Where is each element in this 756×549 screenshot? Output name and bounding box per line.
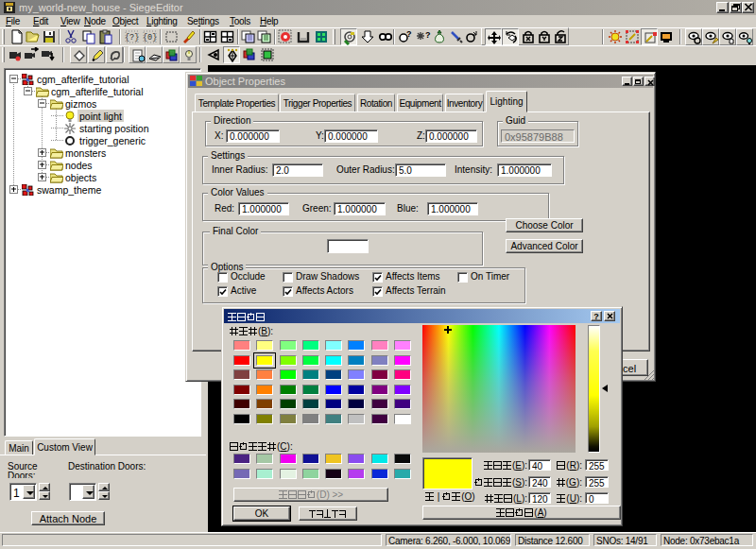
svg-text:?: ? — [406, 29, 412, 39]
svg-text:{0}: {0} — [143, 33, 157, 43]
svg-text:?: ? — [425, 30, 431, 40]
svg-text:{?}: {?} — [125, 33, 139, 43]
